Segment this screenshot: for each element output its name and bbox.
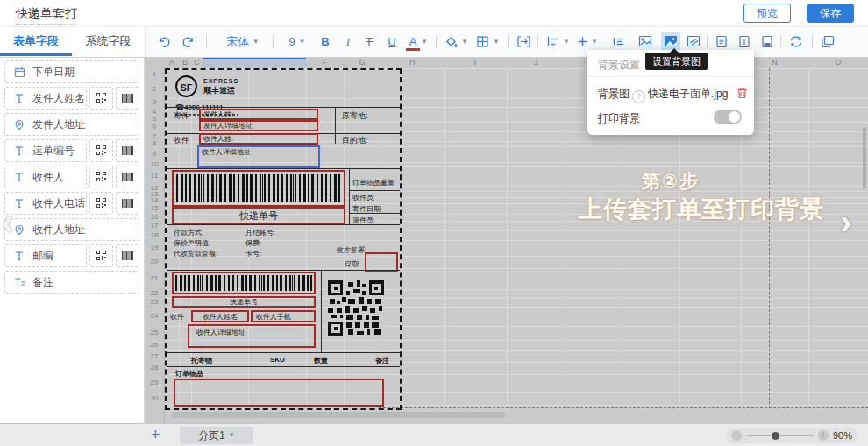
row-header-26[interactable]: 26 [145,340,164,350]
field-item-1[interactable]: 发件人姓名 [4,87,87,110]
field-sender-address[interactable]: 发件人详细地址 [199,120,318,131]
field-item-0[interactable]: 下单日期 [4,60,139,83]
row-header-21[interactable]: 21 [145,268,164,289]
field-sender-name[interactable]: 发件人姓: [199,109,318,120]
row-header-17[interactable]: 17 [145,221,164,230]
row-header-24[interactable]: 24 [145,307,164,326]
field-item-3-qr[interactable] [89,139,113,162]
align-icon[interactable] [546,33,559,50]
field-recv-name-2[interactable]: 收件人姓名 [191,310,249,322]
column-header-O[interactable]: O [808,57,868,68]
column-header-F[interactable]: F [306,57,344,68]
waybill-template[interactable]: SF EXPRESS 顺丰速运 ☎4006 111111 寄件 发件人姓: 原寄… [165,68,402,410]
column-header-G[interactable]: G [344,57,381,68]
field-recv-address-2[interactable]: 收件人详细地址 [188,324,316,348]
insert-image-icon[interactable] [638,33,652,50]
field-order-items[interactable] [174,379,384,407]
redo-icon[interactable] [181,33,196,50]
field-item-4-barcode[interactable] [116,166,139,188]
field-item-1-qr[interactable] [89,87,113,110]
page-margin-icon[interactable] [738,33,751,50]
font-family-select[interactable]: 宋体 ▼ [218,33,267,50]
row-header-7[interactable]: 7 [145,131,164,141]
bold-button[interactable]: B [317,33,334,50]
row-header-2[interactable]: 2 [145,81,164,98]
field-item-4[interactable]: 收件人 [4,166,87,188]
row-header-9[interactable]: 9 [145,146,164,162]
field-waybill-no-2[interactable]: 快递单号 [172,296,316,308]
insert-plus-icon[interactable] [576,33,589,50]
row-header-27[interactable]: 27 [145,350,164,362]
row-header-20[interactable]: 20 [145,256,164,268]
undo-icon[interactable] [157,33,171,50]
field-item-4-qr[interactable] [89,166,113,188]
insert-plus-caret[interactable]: ▼ [590,33,599,50]
borders-caret[interactable]: ▼ [492,33,501,50]
collapse-sidebar-chevron-icon[interactable]: ‹ [2,202,13,241]
field-barcode-2[interactable] [172,272,316,294]
strikethrough-button[interactable]: T [360,33,378,50]
design-canvas[interactable]: ABCDEFGHIJKLMNO1234567891011121314151617… [145,57,868,423]
font-size-select[interactable]: 9 ▼ [281,33,313,50]
field-item-8[interactable]: 备注 [4,271,139,294]
merge-cells-icon[interactable] [516,33,531,50]
tab-form-fields[interactable]: 表单字段 [0,26,72,56]
field-item-5-barcode[interactable] [116,192,139,215]
field-item-7-barcode[interactable] [116,244,139,267]
field-recv-name[interactable]: 收件人姓: [199,133,318,145]
add-page-button[interactable]: + [151,426,160,444]
tab-system-fields[interactable]: 系统字段 [72,26,145,56]
field-item-3-barcode[interactable] [116,139,139,162]
column-header-J[interactable]: J [507,57,566,68]
italic-button[interactable]: I [339,33,357,50]
row-header-4[interactable]: 4 [145,107,164,117]
font-color-caret[interactable]: ▼ [420,33,429,50]
row-header-25[interactable]: 25 [145,326,164,340]
row-header-30[interactable]: 30 [145,392,164,405]
column-header-C[interactable]: C [191,57,203,68]
preview-button[interactable]: 预览 [743,4,791,23]
expand-panel-chevron-icon[interactable]: › [840,202,851,241]
row-header-29[interactable]: 29 [145,374,164,392]
fill-color-caret[interactable]: ▼ [460,33,469,50]
row-header-22[interactable]: 22 [145,289,164,298]
zoom-slider-handle[interactable] [772,432,779,440]
fill-color-icon[interactable] [445,33,459,50]
field-item-2[interactable]: 发件人地址 [4,113,139,136]
font-color-button[interactable]: A [406,35,420,51]
row-header-16[interactable]: 16 [145,214,164,221]
row-header-28[interactable]: 28 [145,362,164,374]
image-watermark-icon[interactable] [687,33,701,50]
help-icon[interactable]: ? [632,90,645,103]
page-layout-icon[interactable] [715,33,728,50]
column-header-A[interactable]: A [165,57,179,68]
zoom-out-icon[interactable]: − [731,430,742,441]
borders-icon[interactable] [476,33,489,50]
outline-list-icon[interactable] [611,33,625,50]
field-waybill-no-1[interactable]: 快递单号 [172,207,345,224]
field-item-6[interactable]: 收件人地址 [4,218,139,241]
delete-background-icon[interactable] [736,89,748,102]
align-caret[interactable]: ▼ [562,33,571,50]
underline-button[interactable]: U [383,33,401,50]
field-item-1-barcode[interactable] [116,87,139,110]
horizontal-scrollbar[interactable] [172,412,505,418]
vertical-scrollbar[interactable] [863,127,866,188]
field-barcode-1[interactable] [172,170,345,207]
column-header-I[interactable]: I [444,57,507,68]
row-header-23[interactable]: 23 [145,298,164,307]
row-header-1[interactable]: 1 [145,68,164,81]
row-header-11[interactable]: 11 [145,166,164,186]
row-header-19[interactable]: 19 [145,240,164,256]
field-sign-box[interactable] [365,252,398,272]
copy-icon[interactable] [821,33,835,50]
page-footer-icon[interactable] [761,33,773,50]
page-selector[interactable]: 分页1 ▼ [180,427,253,444]
zoom-slider[interactable] [746,435,814,436]
field-item-5-qr[interactable] [89,192,113,215]
row-header-6[interactable]: 6 [145,122,164,131]
row-header-13[interactable]: 13 [145,191,164,197]
row-header-14[interactable]: 14 [145,197,164,203]
field-recv-phone[interactable]: 收件人手机 [251,310,316,322]
print-background-toggle[interactable] [714,110,742,124]
